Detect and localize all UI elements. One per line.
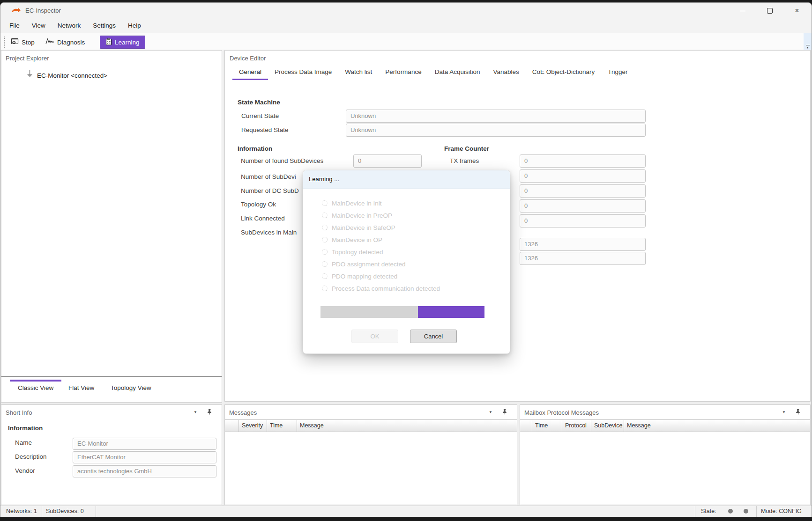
messages-title: Messages [229,409,257,416]
vendor-field[interactable]: acontis technologies GmbH [73,465,216,477]
mailbox-subdevice-column[interactable]: SubDevice [591,420,624,432]
diagnosis-button[interactable]: Diagnosis [43,36,88,49]
project-explorer-title: Project Explorer [6,55,49,62]
statusbar-separator [42,506,42,517]
frame-counter-field[interactable]: 1326 [520,252,646,265]
ok-button[interactable]: OK [351,330,398,343]
toolbar-grip[interactable] [4,37,5,48]
short-info-pin-icon[interactable] [207,409,213,415]
mailbox-pin-icon[interactable] [795,409,801,415]
tab-topology-view[interactable]: Topology View [111,384,151,391]
menu-item-settings[interactable]: Settings [87,19,122,32]
topology-ok-label: Topology Ok [241,198,276,211]
messages-icon-column[interactable] [225,420,239,432]
minimize-button[interactable] [732,3,753,19]
messages-collapse-icon[interactable]: ▼ [489,410,492,414]
tab-variables[interactable]: Variables [486,66,525,80]
tab-classic-view[interactable]: Classic View [18,384,53,391]
mailbox-panel: Mailbox Protocol Messages ▼ Time Protoco… [520,404,811,505]
maximize-button[interactable] [759,3,781,19]
messages-message-column[interactable]: Message [297,420,517,432]
learning-label: Learning [115,39,140,46]
mailbox-time-column[interactable]: Time [532,420,562,432]
tab-process-data-image[interactable]: Process Data Image [268,66,338,80]
project-explorer-panel: Project Explorer EC-Monitor <connected> [1,50,222,376]
spinner-icon [322,286,328,291]
messages-severity-column[interactable]: Severity [239,420,267,432]
tab-general[interactable]: General [232,66,268,80]
menu-item-help[interactable]: Help [122,19,147,32]
maximize-icon [767,8,773,14]
step-pdo-assignment-detected: PDO assignment detected [322,258,406,270]
step-maindevice-init: MainDevice in Init [322,197,382,209]
vendor-label: Vendor [15,467,35,474]
step-label: MainDevice in OP [332,236,382,243]
stop-button[interactable]: Stop [8,36,37,49]
tab-trigger[interactable]: Trigger [601,66,634,80]
minimize-icon [740,11,745,11]
state-indicator-2 [744,509,748,514]
learning-button[interactable]: Learning [100,36,145,49]
menu-item-view[interactable]: View [26,19,52,32]
state-indicator-1 [728,509,733,514]
frame-counter-field[interactable]: 0 [520,214,646,227]
mailbox-protocol-column[interactable]: Protocol [562,420,591,432]
short-info-panel: Short Info ▼ Information Name EC-Monitor… [1,404,222,505]
name-field[interactable]: EC-Monitor [73,438,216,450]
short-info-title: Short Info [6,409,32,416]
desktop-background: EC-Inspector × File View Network Setting… [0,0,812,521]
cancel-button[interactable]: Cancel [410,330,457,343]
close-icon: × [795,7,799,15]
messages-time-column[interactable]: Time [267,420,297,432]
messages-pin-icon[interactable] [502,409,508,415]
status-bar: Networks: 1 SubDevices: 0 State: Mode: C… [0,506,812,517]
toolbar: Stop Diagnosis Learning ▼ [0,33,812,51]
frame-counter-field[interactable]: 0 [520,184,646,198]
frame-counter-heading: Frame Counter [444,145,489,152]
toolbar-overflow-button[interactable]: ▼ [804,33,812,51]
step-pdo-mapping-detected: PDO mapping detected [322,270,397,282]
main-area: Project Explorer EC-Monitor <connected> … [0,50,812,506]
current-state-label: Current State [241,110,279,123]
tx-frames-field[interactable]: 0 [520,154,646,168]
mailbox-message-column[interactable]: Message [624,420,810,432]
link-connected-label: Link Connected [241,212,285,225]
tab-flat-view[interactable]: Flat View [68,384,94,391]
step-label: PDO assignment detected [332,261,406,268]
short-info-collapse-icon[interactable]: ▼ [194,410,197,414]
frame-counter-field[interactable]: 0 [520,199,646,213]
stop-icon [11,38,19,47]
description-field[interactable]: EtherCAT Monitor [73,451,216,463]
requested-state-label: Requested State [241,124,289,137]
close-button[interactable]: × [786,3,808,19]
tab-performance[interactable]: Performance [379,66,428,80]
statusbar-separator [96,506,96,517]
frame-counter-field[interactable]: 1326 [520,238,646,251]
mailbox-title: Mailbox Protocol Messages [524,409,599,416]
window-title: EC-Inspector [25,7,61,14]
mailbox-icon-column[interactable] [520,420,532,432]
spinner-icon [322,261,328,267]
learning-dialog-header[interactable]: Learning ... [303,170,510,189]
found-subdevices-field[interactable]: 0 [353,154,422,168]
step-label: MainDevice in SafeOP [332,224,395,231]
tab-data-acquisition[interactable]: Data Acquisition [428,66,487,80]
learning-progress-bar [320,306,484,318]
tab-coe-object-dictionary[interactable]: CoE Object-Dictionary [526,66,602,80]
menu-item-file[interactable]: File [3,19,26,32]
current-state-field[interactable]: Unknown [346,110,646,123]
messages-column-header: Severity Time Message [225,419,517,432]
menu-item-network[interactable]: Network [52,19,87,32]
step-maindevice-safeop: MainDevice in SafeOP [322,221,395,234]
step-label: Process Data communication detected [332,285,440,292]
view-tabs: Classic View Flat View Topology View [1,376,222,403]
mailbox-collapse-icon[interactable]: ▼ [782,410,786,414]
tree-item-ec-monitor[interactable]: EC-Monitor <connected> [37,72,107,79]
step-maindevice-preop: MainDevice in PreOP [322,209,392,221]
step-label: Topology detected [332,249,383,256]
frame-counter-field[interactable]: 0 [520,169,646,183]
state-machine-heading: State Machine [238,99,280,106]
subdevices-label: Number of SubDevi [241,170,296,183]
tab-watch-list[interactable]: Watch list [338,66,379,80]
requested-state-field[interactable]: Unknown [346,124,646,137]
